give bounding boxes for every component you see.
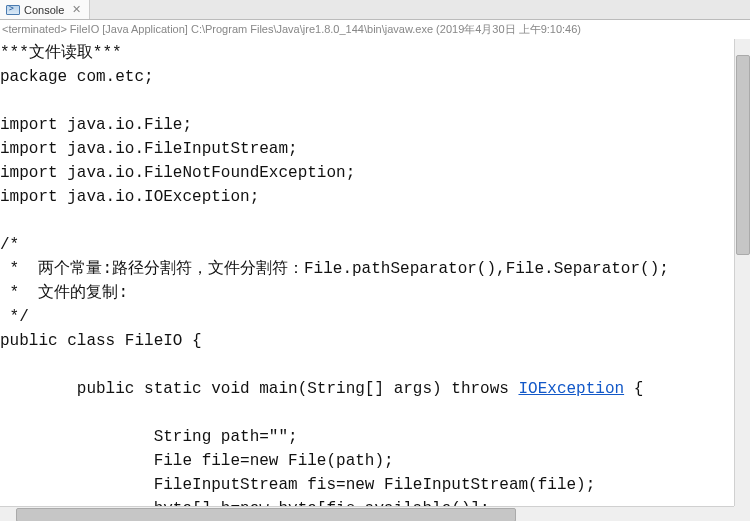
console-output[interactable]: ***文件读取*** package com.etc; import java.… (0, 39, 750, 521)
console-tab[interactable]: Console ✕ (0, 0, 90, 19)
horizontal-scrollbar-thumb[interactable] (16, 508, 516, 522)
scroll-corner (734, 506, 750, 521)
status-line: <terminated> FileIO [Java Application] C… (0, 20, 750, 39)
vertical-scrollbar[interactable] (734, 39, 750, 506)
console-icon (6, 5, 20, 15)
tab-bar: Console ✕ (0, 0, 750, 20)
tab-label: Console (24, 4, 64, 16)
close-icon[interactable]: ✕ (70, 3, 83, 16)
ioexception-link[interactable]: IOException (518, 380, 624, 398)
code-block[interactable]: ***文件读取*** package com.etc; import java.… (0, 39, 750, 521)
horizontal-scrollbar[interactable] (0, 506, 734, 521)
vertical-scrollbar-thumb[interactable] (736, 55, 750, 255)
